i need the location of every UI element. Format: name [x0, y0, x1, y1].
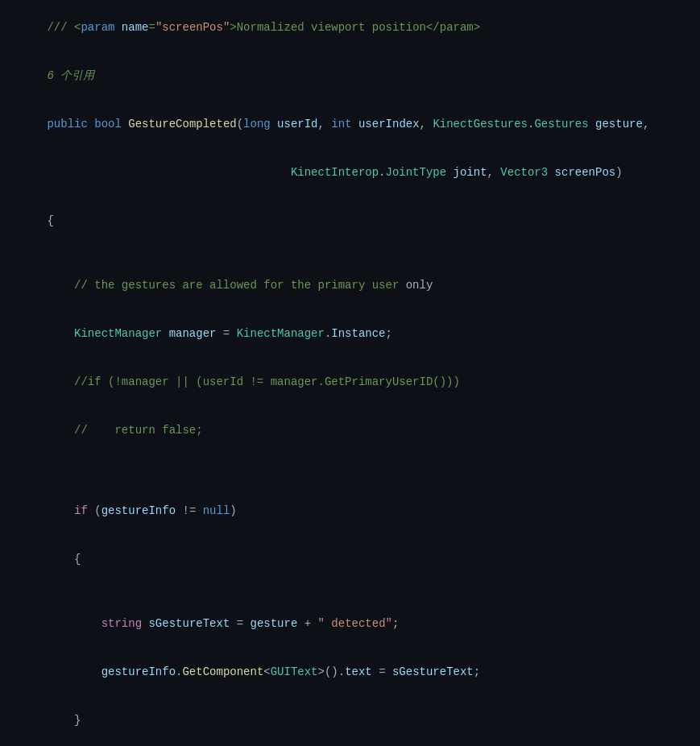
code-line: /// <param name="screenPos">Normalized v… — [0, 3, 700, 52]
code-line-kinect-manager: KinectManager manager = KinectManager.In… — [0, 309, 700, 358]
code-line-string-gesture: string sGestureText = gesture + " detect… — [0, 599, 700, 648]
code-line-comment1: // the gestures are allowed for the prim… — [0, 261, 700, 309]
code-line-blank — [0, 245, 700, 261]
code-line-brace: { — [0, 197, 700, 245]
code-line-method-sig1: public bool GestureCompleted(long userId… — [0, 100, 700, 148]
code-line-blank2 — [0, 454, 700, 470]
code-line-method-sig2: KinectInterop.JointType joint, Vector3 s… — [0, 148, 700, 197]
code-container: /// <param name="screenPos">Normalized v… — [0, 0, 700, 746]
code-line-commented-if: //if (!manager || (userId != manager.Get… — [0, 358, 700, 406]
code-line-gesture-set: gestureInfo.GetComponent<GUIText>().text… — [0, 648, 700, 696]
code-line-refcount: 6 个引用 — [0, 52, 700, 100]
code-line-blank4 — [0, 583, 700, 599]
code-line-commented-return: // return false; — [0, 406, 700, 454]
code-line-if-gesture: if (gestureInfo != null) — [0, 487, 700, 535]
code-line-brace2: { — [0, 535, 700, 583]
code-line-close2: } — [0, 696, 700, 744]
code-line-blank3 — [0, 470, 700, 487]
